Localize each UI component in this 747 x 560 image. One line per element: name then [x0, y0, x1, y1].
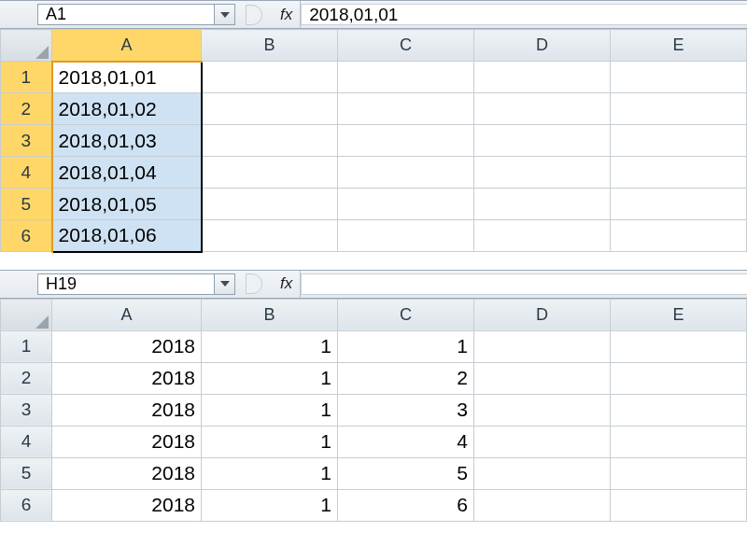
cell[interactable]: [338, 189, 474, 220]
col-header-d[interactable]: D: [474, 30, 611, 62]
col-header-e[interactable]: E: [611, 299, 747, 330]
col-header-c[interactable]: C: [338, 299, 474, 330]
cell[interactable]: 3: [338, 394, 474, 426]
cell[interactable]: [611, 457, 747, 489]
chevron-down-icon: [220, 12, 230, 18]
cell[interactable]: 2018,01,02: [52, 93, 202, 125]
cell[interactable]: [611, 489, 747, 521]
row-header[interactable]: 1: [1, 62, 52, 93]
select-all-corner[interactable]: [1, 299, 52, 330]
cell[interactable]: 6: [338, 489, 474, 521]
cell[interactable]: [338, 125, 474, 157]
select-all-corner[interactable]: [1, 30, 52, 62]
cell[interactable]: 2018: [52, 489, 202, 521]
table-row: 3 2018,01,03: [1, 125, 747, 157]
cell[interactable]: [202, 62, 338, 93]
cell[interactable]: [474, 189, 611, 220]
cell[interactable]: 1: [202, 330, 338, 362]
row-header[interactable]: 2: [1, 93, 52, 125]
name-box[interactable]: H19: [37, 273, 215, 295]
cell[interactable]: [338, 157, 474, 189]
cell[interactable]: [611, 220, 747, 252]
name-box-dropdown[interactable]: [215, 4, 235, 25]
cell[interactable]: 1: [202, 457, 338, 489]
formula-bar: H19 fx: [0, 270, 747, 299]
row-header[interactable]: 2: [1, 362, 52, 394]
cell[interactable]: [474, 362, 611, 394]
row-header[interactable]: 4: [1, 157, 52, 189]
cell[interactable]: [474, 125, 611, 157]
cell[interactable]: 1: [202, 426, 338, 457]
cell[interactable]: [611, 362, 747, 394]
bottom-sheet[interactable]: A B C D E 1 2018 1 1 2 2018 1 2: [0, 299, 747, 522]
col-header-c[interactable]: C: [338, 30, 474, 62]
col-header-b[interactable]: B: [202, 30, 338, 62]
cell[interactable]: 1: [338, 330, 474, 362]
cell[interactable]: 5: [338, 457, 474, 489]
cell[interactable]: 1: [202, 362, 338, 394]
cell[interactable]: [338, 220, 474, 252]
row-header[interactable]: 1: [1, 330, 52, 362]
row-header[interactable]: 3: [1, 125, 52, 157]
col-header-a[interactable]: A: [52, 30, 202, 62]
cell[interactable]: 2018,01,04: [52, 157, 202, 189]
cell[interactable]: [474, 426, 611, 457]
row-header[interactable]: 6: [1, 489, 52, 521]
fx-spacer: [235, 273, 273, 294]
cell[interactable]: [202, 157, 338, 189]
cell[interactable]: 2018,01,03: [52, 125, 202, 157]
row-header[interactable]: 5: [1, 457, 52, 489]
row-header[interactable]: 5: [1, 189, 52, 220]
row-header[interactable]: 4: [1, 426, 52, 457]
cell[interactable]: [611, 330, 747, 362]
cell[interactable]: 1: [202, 489, 338, 521]
cell[interactable]: [611, 189, 747, 220]
name-box-dropdown[interactable]: [215, 273, 235, 295]
cell[interactable]: [474, 220, 611, 252]
cell[interactable]: 4: [338, 426, 474, 457]
name-box[interactable]: A1: [37, 4, 215, 25]
cell[interactable]: [338, 93, 474, 125]
cell[interactable]: [611, 62, 747, 93]
top-sheet[interactable]: A B C D E 1 2018,01,01 2 2018,01,02 3 20…: [0, 29, 747, 253]
cell[interactable]: [611, 93, 747, 125]
cell[interactable]: [338, 62, 474, 93]
fx-icon[interactable]: fx: [273, 1, 301, 28]
cell[interactable]: [474, 93, 611, 125]
formula-input[interactable]: [301, 273, 747, 295]
cell[interactable]: 2018: [52, 330, 202, 362]
col-header-b[interactable]: B: [202, 299, 338, 330]
cell[interactable]: 2018,01,06: [52, 220, 202, 252]
cell[interactable]: 2018,01,05: [52, 189, 202, 220]
cell[interactable]: [202, 125, 338, 157]
row-header[interactable]: 3: [1, 394, 52, 426]
col-header-a[interactable]: A: [52, 299, 202, 330]
cell[interactable]: 1: [202, 394, 338, 426]
cell[interactable]: [611, 394, 747, 426]
cell[interactable]: 2018: [52, 362, 202, 394]
cell[interactable]: [474, 394, 611, 426]
row-header[interactable]: 6: [1, 220, 52, 252]
cell[interactable]: [611, 426, 747, 457]
cell[interactable]: 2018,01,01: [52, 62, 202, 93]
formula-bar: A1 fx 2018,01,01: [0, 0, 747, 29]
cell[interactable]: 2018: [52, 426, 202, 457]
col-header-e[interactable]: E: [611, 30, 747, 62]
cell[interactable]: [474, 489, 611, 521]
formula-input[interactable]: 2018,01,01: [301, 4, 747, 25]
cell[interactable]: 2: [338, 362, 474, 394]
cell[interactable]: [474, 157, 611, 189]
cell[interactable]: [474, 330, 611, 362]
cell[interactable]: 2018: [52, 457, 202, 489]
cell[interactable]: [202, 189, 338, 220]
cell[interactable]: [202, 93, 338, 125]
cell[interactable]: [611, 125, 747, 157]
fx-icon[interactable]: fx: [273, 271, 301, 298]
cell[interactable]: [474, 62, 611, 93]
col-header-d[interactable]: D: [474, 299, 611, 330]
cell[interactable]: [202, 220, 338, 252]
table-row: 1 2018 1 1: [1, 330, 747, 362]
cell[interactable]: 2018: [52, 394, 202, 426]
cell[interactable]: [474, 457, 611, 489]
cell[interactable]: [611, 157, 747, 189]
